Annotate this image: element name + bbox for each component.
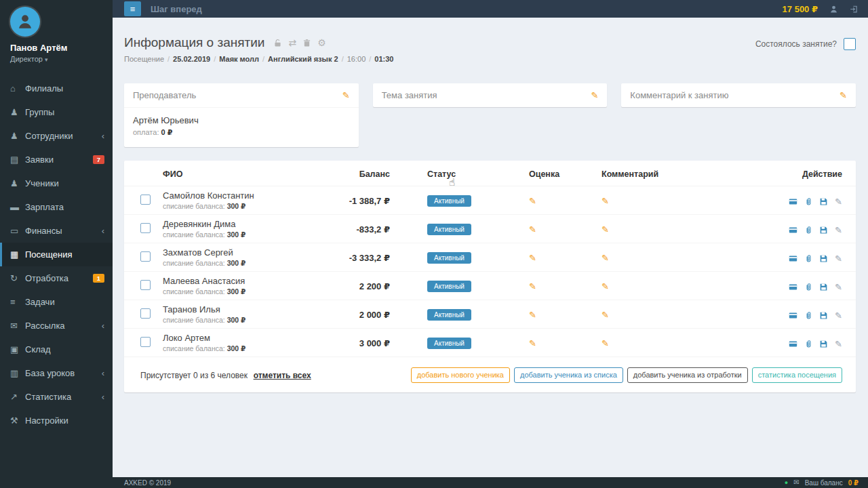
edit-student-icon[interactable]: ✎: [835, 225, 842, 235]
writeoff-info: списание баланса: 300 ₽: [163, 259, 325, 268]
sidebar-item-tasks[interactable]: ≡ Задачи: [0, 290, 113, 314]
user-role-dropdown[interactable]: Директор▾: [10, 55, 102, 63]
edit-student-icon[interactable]: ✎: [835, 197, 842, 207]
save-icon[interactable]: [819, 311, 828, 320]
breadcrumb-item[interactable]: 25.02.2019: [173, 55, 210, 63]
breadcrumb-item: 01:30: [374, 55, 393, 63]
row-checkbox[interactable]: [140, 195, 151, 205]
attachment-icon[interactable]: [804, 254, 813, 263]
save-icon[interactable]: [819, 340, 828, 348]
attachment-icon[interactable]: [804, 197, 813, 206]
save-icon[interactable]: [819, 283, 828, 291]
edit-grade-icon[interactable]: ✎: [529, 281, 536, 291]
edit-student-icon[interactable]: ✎: [835, 310, 842, 321]
footer-balance-value[interactable]: 0 ₽: [848, 479, 859, 487]
breadcrumb-item[interactable]: Английский язык 2: [268, 55, 338, 63]
avatar: [10, 7, 40, 37]
edit-student-icon[interactable]: ✎: [835, 282, 842, 292]
sidebar-toggle-button[interactable]: ≡: [124, 1, 141, 16]
student-balance: 2 200 ₽: [325, 272, 390, 300]
sidebar-item-salary[interactable]: ▬ Зарплата: [0, 195, 113, 219]
breadcrumb-item[interactable]: Посещение: [124, 55, 164, 63]
student-icon: ♟: [10, 178, 25, 188]
save-icon[interactable]: [819, 254, 828, 263]
sidebar-item-settings[interactable]: ⚒ Настройки: [0, 409, 113, 432]
sidebar-item-lessons[interactable]: ▥ База уроков ‹: [0, 361, 113, 385]
mark-all-link[interactable]: отметить всех: [254, 371, 311, 380]
teacher-name: Артём Юрьевич: [133, 115, 350, 125]
edit-grade-icon[interactable]: ✎: [529, 196, 536, 206]
online-status-icon[interactable]: ●: [785, 480, 788, 486]
edit-comment-icon[interactable]: ✎: [601, 281, 609, 291]
payment-card-icon[interactable]: [789, 311, 797, 320]
footer-right: ● ✉ Ваш баланс 0 ₽: [785, 479, 859, 487]
sidebar-item-groups[interactable]: ♟ Группы: [0, 100, 113, 124]
support-chat-icon[interactable]: ✉: [793, 479, 799, 486]
payment-card-icon[interactable]: [789, 197, 797, 206]
attachment-icon[interactable]: [804, 226, 813, 235]
attachment-icon[interactable]: [804, 311, 813, 320]
chevron-left-icon: ‹: [102, 131, 104, 141]
add-student-from-list-button[interactable]: добавить ученика из списка: [514, 367, 623, 383]
payment-card-icon[interactable]: [789, 283, 797, 291]
sidebar-item-branches[interactable]: ⌂ Филиалы: [0, 77, 113, 100]
edit-comment-icon[interactable]: ✎: [601, 196, 609, 206]
payment-card-icon[interactable]: [789, 226, 797, 235]
breadcrumb: Посещение/25.02.2019/Маяк молл/Английски…: [124, 55, 856, 63]
edit-comment-icon[interactable]: ✎: [601, 338, 609, 348]
account-balance[interactable]: 17 500 ₽: [783, 4, 818, 14]
edit-grade-icon[interactable]: ✎: [529, 338, 536, 348]
sidebar-item-visits[interactable]: ▦ Посещения: [0, 243, 113, 266]
edit-comment-icon[interactable]: ✎: [601, 310, 609, 320]
edit-grade-icon[interactable]: ✎: [529, 310, 536, 320]
edit-teacher-icon[interactable]: ✎: [342, 91, 350, 100]
row-checkbox[interactable]: [140, 251, 151, 262]
edit-grade-icon[interactable]: ✎: [529, 224, 536, 235]
sidebar-item-stats[interactable]: ↗ Статистика ‹: [0, 385, 113, 409]
edit-comment-icon[interactable]: ✎: [840, 91, 847, 100]
gear-icon[interactable]: ⚙: [317, 38, 326, 47]
lesson-held-checkbox[interactable]: [844, 38, 856, 50]
tasks-icon: ≡: [10, 297, 25, 307]
row-checkbox[interactable]: [140, 223, 151, 233]
attachment-icon[interactable]: [804, 283, 813, 291]
edit-student-icon[interactable]: ✎: [835, 253, 842, 264]
attendance-stats-button[interactable]: статистика посещения: [752, 367, 842, 383]
money-icon: ▬: [10, 202, 25, 212]
unlock-icon[interactable]: [273, 39, 282, 47]
add-new-student-button[interactable]: добавить нового ученика: [411, 367, 510, 383]
sidebar-item-staff[interactable]: ♟ Сотрудники ‹: [0, 124, 113, 148]
edit-comment-icon[interactable]: ✎: [601, 253, 609, 263]
sidebar-item-finance[interactable]: ▭ Финансы ‹: [0, 219, 113, 243]
attachment-icon[interactable]: [804, 340, 813, 348]
add-student-from-rework-button[interactable]: добавить ученика из отработки: [627, 367, 748, 383]
breadcrumb-item[interactable]: Маяк молл: [219, 55, 259, 63]
row-checkbox[interactable]: [140, 337, 151, 347]
sidebar-item-rework[interactable]: ↻ Отработка 1: [0, 266, 113, 290]
teacher-card-title: Преподаватель: [133, 90, 196, 100]
payment-card-icon[interactable]: [789, 254, 797, 263]
student-balance: -833,2 ₽: [325, 215, 390, 243]
sidebar-item-students[interactable]: ♟ Ученики: [0, 171, 113, 195]
save-icon[interactable]: [819, 226, 828, 235]
sidebar-item-mailing[interactable]: ✉ Рассылка ‹: [0, 314, 113, 338]
lesson-held-label: Состоялось занятие?: [755, 39, 837, 49]
row-checkbox[interactable]: [140, 280, 151, 290]
logout-icon[interactable]: [850, 5, 859, 14]
trash-icon[interactable]: [302, 39, 311, 47]
row-checkbox[interactable]: [140, 308, 151, 319]
users-icon: ♟: [10, 107, 25, 117]
sidebar-item-stock[interactable]: ▣ Склад: [0, 338, 113, 361]
edit-comment-icon[interactable]: ✎: [601, 224, 609, 235]
topbar-nav-label: Шаг вперед: [151, 4, 202, 14]
transfer-icon[interactable]: ⇄: [288, 38, 296, 47]
chevron-left-icon: ‹: [102, 226, 104, 236]
edit-topic-icon[interactable]: ✎: [591, 91, 598, 100]
user-icon[interactable]: [829, 5, 838, 14]
edit-student-icon[interactable]: ✎: [835, 339, 842, 349]
sidebar-item-requests[interactable]: ▤ Заявки 7: [0, 148, 113, 171]
page-title: Информация о занятии: [124, 35, 264, 50]
payment-card-icon[interactable]: [789, 340, 797, 348]
save-icon[interactable]: [819, 197, 828, 206]
edit-grade-icon[interactable]: ✎: [529, 253, 536, 263]
